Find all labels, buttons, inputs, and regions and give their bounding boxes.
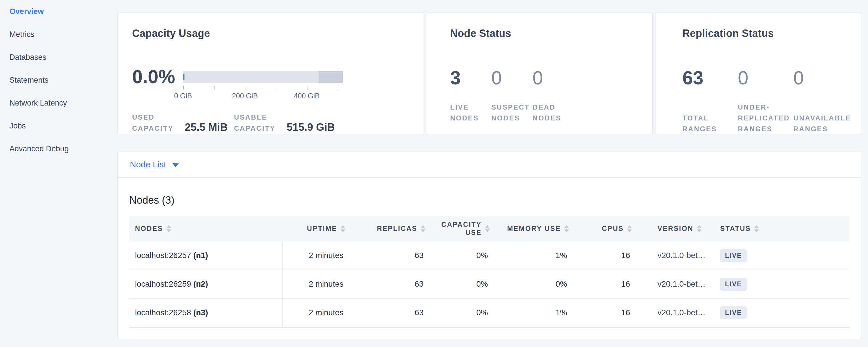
capacity-use-cell: 0% <box>431 308 495 317</box>
dead-nodes-label: DEAD NODES <box>532 102 574 124</box>
column-header-label: NODES <box>135 225 163 232</box>
sort-arrows-icon <box>421 225 425 232</box>
live-nodes-value: 3 <box>450 68 491 88</box>
axis-tick <box>338 86 338 90</box>
axis-tick-label: 0 GiB <box>174 92 192 100</box>
column-header-replicas[interactable]: REPLICAS <box>351 225 431 232</box>
node-status-card: Node Status 300 LIVE NODESSUSPECT NODESD… <box>427 12 653 135</box>
table-row[interactable]: localhost:26257 (n1)2 minutes630%1%16v20… <box>129 242 849 270</box>
sidebar-item-databases[interactable]: Databases <box>0 46 117 69</box>
usable-capacity-label: USABLE CAPACITY <box>234 112 283 134</box>
node-status-labels: LIVE NODESSUSPECT NODESDEAD NODES <box>450 102 644 124</box>
sort-arrows-icon <box>341 225 345 232</box>
capacity-bar-other-usage-segment <box>319 71 343 83</box>
nodes-table: NODESUPTIMEREPLICASCAPACITY USEMEMORY US… <box>129 216 849 327</box>
main-content: Capacity Usage 0.0% 0 GiB200 GiB400 GiB … <box>117 0 861 339</box>
version-cell: v20.1.0-bet… <box>638 280 716 289</box>
node-status-values: 300 <box>450 68 644 88</box>
suspect-nodes-value: 0 <box>491 68 532 88</box>
version-cell: v20.1.0-bet… <box>638 308 716 317</box>
column-header-label: CPUS <box>602 225 624 232</box>
summary-cards-row: Capacity Usage 0.0% 0 GiB200 GiB400 GiB … <box>117 12 861 135</box>
column-header-label: VERSION <box>657 225 693 232</box>
node-id: (n2) <box>193 280 208 289</box>
sidebar: OverviewMetricsDatabasesStatementsNetwor… <box>0 0 117 160</box>
node-list-dropdown-row: Node List <box>118 152 861 178</box>
replication-status-card: Replication Status 6300 TOTAL RANGESUNDE… <box>655 12 861 135</box>
used-capacity-label: USED CAPACITY <box>132 112 181 134</box>
capacity-usage-row: 0.0% 0 GiB200 GiB400 GiB <box>132 67 412 100</box>
status-cell: LIVE <box>716 278 850 291</box>
sort-arrows-icon <box>627 225 632 232</box>
capacity-bar-chart: 0 GiB200 GiB400 GiB <box>183 67 343 100</box>
table-row[interactable]: localhost:26259 (n2)2 minutes630%0%16v20… <box>129 270 849 298</box>
sidebar-item-advanced-debug[interactable]: Advanced Debug <box>0 137 117 160</box>
capacity-bar-used-segment <box>183 74 184 80</box>
sidebar-item-metrics[interactable]: Metrics <box>0 23 117 46</box>
sort-arrows-icon <box>754 225 759 232</box>
nodes-table-body: localhost:26257 (n1)2 minutes630%1%16v20… <box>129 242 849 327</box>
capacity-stats-row: USED CAPACITY 25.5 MiB USABLE CAPACITY 5… <box>132 112 412 134</box>
column-header-version[interactable]: VERSION <box>638 225 716 232</box>
under-replicated-ranges-value: 0 <box>738 68 793 88</box>
cpus-cell: 16 <box>575 308 638 317</box>
capacity-axis-labels: 0 GiB200 GiB400 GiB <box>183 92 343 100</box>
axis-tick <box>276 86 276 90</box>
node-address-cell: localhost:26258 (n3) <box>129 298 283 327</box>
version-cell: v20.1.0-bet… <box>638 251 716 260</box>
under-replicated-ranges-label: UNDER- REPLICATED RANGES <box>738 102 793 134</box>
replicas-cell: 63 <box>351 280 431 289</box>
memory-use-cell: 1% <box>495 308 575 317</box>
sidebar-item-jobs[interactable]: Jobs <box>0 115 117 137</box>
axis-tick <box>245 86 245 90</box>
memory-use-cell: 0% <box>495 280 575 289</box>
status-cell: LIVE <box>716 306 850 319</box>
status-badge: LIVE <box>720 249 747 262</box>
status-badge: LIVE <box>720 278 747 291</box>
axis-tick-label: 200 GiB <box>232 92 258 100</box>
page: OverviewMetricsDatabasesStatementsNetwor… <box>0 0 868 347</box>
cpus-cell: 16 <box>575 280 638 289</box>
nodes-table-header: NODESUPTIMEREPLICASCAPACITY USEMEMORY US… <box>129 216 849 242</box>
usable-capacity-value: 515.9 GiB <box>286 121 335 134</box>
sort-arrows-icon <box>697 225 702 232</box>
node-address-cell: localhost:26259 (n2) <box>129 270 283 298</box>
column-header-uptime[interactable]: UPTIME <box>283 225 351 232</box>
capacity-bar <box>183 71 343 83</box>
capacity-use-cell: 0% <box>431 280 495 289</box>
axis-tick-label: 400 GiB <box>294 92 319 100</box>
capacity-use-cell: 0% <box>431 251 495 260</box>
replication-status-values: 6300 <box>682 68 855 88</box>
memory-use-cell: 1% <box>495 251 575 260</box>
column-header-memory-use[interactable]: MEMORY USE <box>495 225 575 232</box>
node-list-dropdown-label: Node List <box>130 160 166 169</box>
replicas-cell: 63 <box>351 308 431 317</box>
replicas-cell: 63 <box>351 251 431 260</box>
total-ranges-label: TOTAL RANGES <box>682 113 738 134</box>
dead-nodes-value: 0 <box>532 68 574 88</box>
sidebar-item-statements[interactable]: Statements <box>0 69 117 92</box>
unavailable-ranges-value: 0 <box>793 68 849 88</box>
column-header-status[interactable]: STATUS <box>716 225 850 232</box>
node-id: (n1) <box>193 251 208 260</box>
node-list-card: Node List Nodes (3) NODESUPTIMEREPLICASC… <box>117 151 861 339</box>
column-header-nodes[interactable]: NODES <box>129 225 283 232</box>
sort-arrows-icon <box>166 225 171 232</box>
sidebar-item-overview[interactable]: Overview <box>0 0 117 23</box>
sort-arrows-icon <box>485 225 490 232</box>
cpus-cell: 16 <box>575 251 638 260</box>
used-capacity-value: 25.5 MiB <box>185 121 228 134</box>
uptime-cell: 2 minutes <box>283 251 351 260</box>
column-header-cpus[interactable]: CPUS <box>575 225 638 232</box>
node-id: (n3) <box>193 308 208 317</box>
node-address: localhost:26257 <box>135 251 191 260</box>
node-address-cell: localhost:26257 (n1) <box>129 242 283 270</box>
replication-status-labels: TOTAL RANGESUNDER- REPLICATED RANGESUNAV… <box>682 102 855 134</box>
status-badge: LIVE <box>720 306 747 319</box>
column-header-capacity-use[interactable]: CAPACITY USE <box>431 221 495 236</box>
suspect-nodes-label: SUSPECT NODES <box>491 102 532 124</box>
node-list-dropdown[interactable]: Node List <box>130 160 179 169</box>
capacity-usage-title: Capacity Usage <box>132 27 412 40</box>
table-row[interactable]: localhost:26258 (n3)2 minutes630%1%16v20… <box>129 298 849 327</box>
sidebar-item-network-latency[interactable]: Network Latency <box>0 92 117 115</box>
